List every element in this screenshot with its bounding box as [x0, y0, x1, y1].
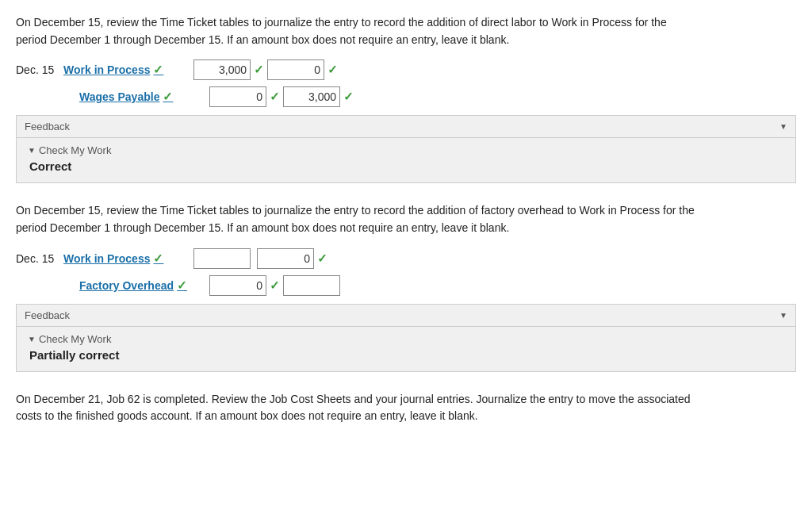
section1-feedback-header: Feedback ▼	[17, 116, 795, 138]
section-1: On December 15, review the Time Ticket t…	[16, 14, 796, 183]
section1-row1: Dec. 15 Work in Process ✓ ✓ ✓	[16, 59, 796, 80]
section2-row2-debit-input[interactable]	[209, 275, 266, 296]
section1-feedback-chevron[interactable]: ▼	[779, 122, 787, 131]
section2-account2-link[interactable]: Factory Overhead ✓	[79, 278, 206, 293]
section2-triangle-icon: ▼	[28, 335, 36, 343]
section1-feedback-label: Feedback	[25, 121, 70, 132]
section2-account1-check: ✓	[153, 251, 163, 266]
section1-feedback-box: Feedback ▼ ▼ Check My Work Correct	[16, 115, 796, 183]
section2-journal-entry: Dec. 15 Work in Process ✓ ✓ Factory Over…	[16, 248, 796, 296]
section1-account2-name: Wages Payable	[79, 90, 159, 103]
section1-instructions-line1: On December 15, review the Time Ticket t…	[16, 16, 667, 29]
section2-feedback-content: ▼ Check My Work Partially correct	[17, 327, 795, 371]
section2-feedback-label: Feedback	[25, 309, 70, 321]
section3-instructions-line2: costs to the finished goods account. If …	[16, 409, 478, 422]
section3-instructions-line1: On December 21, Job 62 is completed. Rev…	[16, 393, 691, 405]
section1-row1-credit-check: ✓	[327, 63, 338, 77]
section2-row1-credit-check: ✓	[317, 251, 327, 266]
section2-row1-credit-input[interactable]	[257, 248, 314, 269]
section2-instructions-line2: period December 1 through December 15. I…	[16, 221, 509, 234]
section2-account2-check: ✓	[177, 278, 187, 293]
section2-instructions-line1: On December 15, review the Time Ticket t…	[16, 204, 695, 217]
section1-account1-name: Work in Process	[63, 63, 150, 76]
section1-result: Correct	[28, 159, 784, 173]
section1-triangle-icon: ▼	[28, 146, 36, 155]
section1-row2-debit-input[interactable]	[209, 86, 266, 107]
section1-row1-credit-input[interactable]	[267, 59, 324, 80]
section1-check-my-work-label: Check My Work	[39, 144, 112, 156]
section1-row2-credit-input[interactable]	[283, 86, 340, 107]
section2-feedback-box: Feedback ▼ ▼ Check My Work Partially cor…	[16, 304, 796, 372]
section1-check-my-work: ▼ Check My Work	[28, 144, 784, 156]
section2-row1-debit-input[interactable]	[193, 248, 251, 269]
section2-row2-credit-input[interactable]	[283, 275, 340, 296]
section2-check-my-work: ▼ Check My Work	[28, 333, 784, 345]
section-3: On December 21, Job 62 is completed. Rev…	[16, 391, 796, 425]
section2-date: Dec. 15	[16, 252, 63, 265]
section2-check-my-work-label: Check My Work	[39, 333, 112, 345]
section1-journal-entry: Dec. 15 Work in Process ✓ ✓ ✓ Wages Paya…	[16, 59, 796, 107]
section2-row2-debit-check: ✓	[270, 278, 280, 293]
section1-instructions-line2: period December 1 through December 15. I…	[16, 33, 509, 46]
section2-feedback-chevron[interactable]: ▼	[779, 311, 787, 320]
section1-feedback-content: ▼ Check My Work Correct	[17, 138, 795, 182]
section2-result: Partially correct	[28, 348, 784, 362]
section1-account2-check: ✓	[163, 90, 173, 104]
section3-instructions: On December 21, Job 62 is completed. Rev…	[16, 391, 796, 425]
section1-row2: Wages Payable ✓ ✓ ✓	[16, 86, 796, 107]
section1-account1-link[interactable]: Work in Process ✓	[63, 63, 190, 77]
section2-row2: Factory Overhead ✓ ✓	[16, 275, 796, 296]
section2-row1: Dec. 15 Work in Process ✓ ✓	[16, 248, 796, 269]
section2-instructions: On December 15, review the Time Ticket t…	[16, 202, 796, 236]
section2-account1-link[interactable]: Work in Process ✓	[63, 251, 190, 266]
section2-feedback-header: Feedback ▼	[17, 305, 795, 327]
section1-row1-debit-input[interactable]	[193, 59, 251, 80]
section1-instructions: On December 15, review the Time Ticket t…	[16, 14, 796, 48]
section1-account1-check: ✓	[153, 63, 163, 77]
section1-row2-credit-check: ✓	[343, 90, 354, 104]
section1-date: Dec. 15	[16, 63, 63, 76]
section2-account2-name: Factory Overhead	[79, 279, 174, 292]
section-2: On December 15, review the Time Ticket t…	[16, 202, 796, 371]
section2-account1-name: Work in Process	[63, 252, 150, 265]
section1-row1-debit-check: ✓	[254, 63, 264, 77]
page-container: On December 15, review the Time Ticket t…	[0, 0, 812, 459]
section1-row2-debit-check: ✓	[270, 90, 280, 104]
section1-account2-link[interactable]: Wages Payable ✓	[79, 90, 206, 104]
